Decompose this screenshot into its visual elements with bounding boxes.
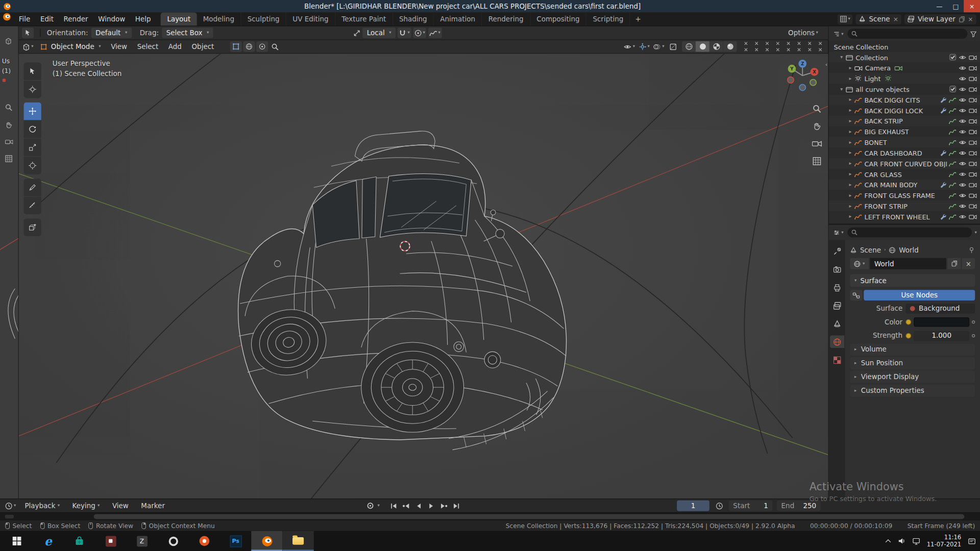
camera-restrict-icon[interactable]: [969, 129, 977, 135]
mini-toggle[interactable]: [807, 41, 812, 46]
expand-icon[interactable]: ▸: [846, 76, 854, 81]
expand-icon[interactable]: ▸: [846, 139, 854, 145]
taskbar-app-5[interactable]: [158, 531, 189, 551]
mini-toggle[interactable]: [744, 47, 748, 52]
falloff-curve-button[interactable]: ▾: [428, 28, 442, 38]
use-nodes-button[interactable]: Use Nodes: [864, 290, 975, 300]
blender-menu-icon[interactable]: [0, 12, 14, 26]
expand-icon[interactable]: ▸: [846, 192, 854, 198]
snap-toggle-button[interactable]: ▾: [398, 28, 411, 38]
outliner-row-scene-collection[interactable]: Scene Collection: [829, 41, 980, 52]
surface-panel-header[interactable]: ▾ Surface: [850, 274, 975, 287]
viewport-canvas[interactable]: User Perspective (1) Scene Collection: [19, 54, 828, 498]
mini-toggle[interactable]: [776, 47, 780, 52]
tab-tool[interactable]: [830, 245, 844, 257]
outliner-search-input[interactable]: [847, 29, 968, 39]
start-frame-field[interactable]: Start1: [729, 500, 773, 511]
taskbar-app-edge[interactable]: e: [33, 531, 64, 551]
mini-toggle[interactable]: [797, 41, 801, 46]
maximize-button[interactable]: □: [947, 0, 964, 12]
modifier-icon[interactable]: [939, 96, 946, 103]
eye-icon[interactable]: [959, 118, 966, 124]
menu-select[interactable]: Select: [133, 42, 163, 51]
eye-icon[interactable]: [959, 139, 966, 145]
tool-move[interactable]: [24, 103, 41, 120]
transform-orientation-dropdown[interactable]: Local▾: [362, 28, 396, 38]
expand-icon[interactable]: ▸: [846, 203, 854, 209]
custom-properties-panel-header[interactable]: ▸Custom Properties: [850, 385, 975, 396]
ortho-toggle-icon[interactable]: [5, 155, 13, 163]
outliner-row-object[interactable]: ▸ CAR MAIN BODY: [829, 179, 980, 190]
mini-toggle[interactable]: [754, 47, 759, 52]
action-center-icon[interactable]: [968, 538, 976, 544]
shading-rendered-button[interactable]: [723, 41, 737, 52]
expand-icon[interactable]: ▸: [846, 97, 854, 103]
header-toggle-2[interactable]: [243, 41, 255, 52]
outliner-row-object[interactable]: ▸ CAR FRONT CURVED OBJEC: [829, 158, 980, 169]
unlink-datablock-button[interactable]: ×: [962, 258, 975, 269]
camera-restrict-icon[interactable]: [969, 65, 977, 71]
menu-render[interactable]: Render: [59, 12, 93, 26]
tool-measure[interactable]: [24, 197, 41, 214]
world-browse-button[interactable]: ▾: [850, 258, 869, 269]
filter-icon[interactable]: [970, 30, 976, 37]
mini-toggle[interactable]: [765, 47, 770, 52]
play-button[interactable]: [426, 500, 437, 511]
shading-solid-button[interactable]: [696, 41, 709, 52]
eye-icon[interactable]: [959, 96, 966, 103]
tool-transform[interactable]: [24, 157, 41, 174]
eye-icon[interactable]: [959, 213, 966, 219]
mini-toggle[interactable]: [744, 41, 748, 46]
tab-modeling[interactable]: Modeling: [197, 12, 241, 26]
menu-marker[interactable]: Marker: [136, 502, 170, 510]
taskbar-clock[interactable]: 11:16 11-07-2021: [927, 534, 962, 548]
camera-restrict-icon[interactable]: [969, 203, 977, 209]
menu-window[interactable]: Window: [93, 12, 130, 26]
play-reverse-button[interactable]: [413, 500, 424, 511]
modifier-icon[interactable]: [939, 107, 946, 113]
expand-icon[interactable]: ▸: [846, 182, 854, 187]
tab-rendering[interactable]: Rendering: [482, 12, 530, 26]
menu-object[interactable]: Object: [187, 42, 218, 51]
show-object-types-button[interactable]: ▾: [623, 41, 636, 52]
mini-toggle[interactable]: [807, 47, 812, 52]
remove-view-layer-icon[interactable]: ×: [968, 16, 973, 22]
color-socket-icon[interactable]: [905, 319, 911, 325]
expand-icon[interactable]: ▸: [846, 214, 854, 219]
expand-icon[interactable]: ▸: [846, 108, 854, 113]
end-frame-field[interactable]: End250: [777, 500, 821, 511]
camera-restrict-icon[interactable]: [969, 76, 977, 82]
tool-cursor[interactable]: [24, 81, 41, 98]
pan-icon[interactable]: [5, 121, 13, 129]
menu-file[interactable]: File: [14, 12, 35, 26]
outliner-row-object[interactable]: ▸ FRONT GLASS FRAME: [829, 190, 980, 201]
menu-add[interactable]: Add: [164, 42, 186, 51]
eye-icon[interactable]: [959, 171, 966, 177]
taskbar-app-blender[interactable]: [251, 531, 282, 551]
strength-socket-icon[interactable]: [905, 333, 911, 339]
animate-dot-icon[interactable]: [972, 334, 975, 337]
ortho-toggle-icon[interactable]: [811, 155, 823, 167]
options-button[interactable]: Options▾: [787, 28, 820, 38]
pan-icon[interactable]: [811, 120, 823, 132]
taskbar-app-photoshop[interactable]: Ps: [220, 531, 251, 551]
outliner-row-curve-collection[interactable]: ▾ all curve objects: [829, 84, 980, 94]
menu-playback[interactable]: Playback ▾: [20, 502, 65, 510]
view-layer-selector[interactable]: View Layer ×: [904, 14, 976, 24]
camera-restrict-icon[interactable]: [969, 149, 977, 156]
tray-expand-icon[interactable]: [885, 539, 891, 543]
outliner-row-object[interactable]: ▸ BACK DIGGI LOCK: [829, 105, 980, 116]
active-tool-button[interactable]: [22, 28, 34, 38]
current-frame-field[interactable]: 1: [677, 500, 709, 511]
camera-view-icon[interactable]: [5, 139, 13, 145]
outliner-row-object[interactable]: ▸ BACK DIGGI CITS: [829, 94, 980, 105]
outliner-row-collection[interactable]: ▾ Collection: [829, 52, 980, 63]
timeline-editor-button[interactable]: ▾: [4, 500, 17, 511]
gizmos-button[interactable]: ▾: [638, 41, 651, 52]
tool-annotate[interactable]: [24, 179, 41, 196]
viewport-display-panel-header[interactable]: ▸Viewport Display: [850, 371, 975, 383]
shading-material-button[interactable]: [709, 41, 723, 52]
expand-icon[interactable]: ▸: [846, 161, 854, 166]
modifier-icon[interactable]: [939, 149, 946, 156]
tab-scripting[interactable]: Scripting: [586, 12, 630, 26]
